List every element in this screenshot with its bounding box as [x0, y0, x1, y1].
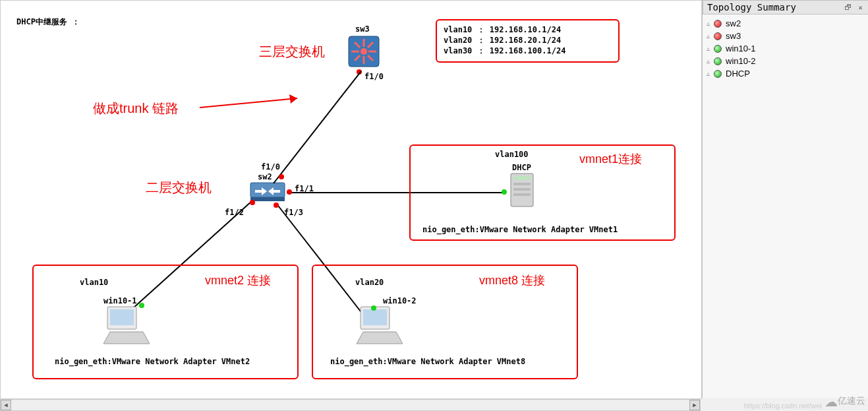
status-dot-green [714, 57, 722, 65]
svg-rect-17 [513, 176, 531, 180]
l2-switch-label: 二层交换机 [146, 179, 212, 197]
dhcp-nic: nio_gen_eth:VMware Network Adapter VMnet… [422, 225, 618, 234]
scroll-right-button[interactable]: ► [689, 400, 700, 410]
svg-rect-13 [250, 197, 285, 201]
svg-point-1 [361, 48, 367, 55]
server-icon[interactable] [506, 171, 538, 210]
sw2-p3-label: f1/3 [284, 208, 303, 217]
link-sw2-sw3 [273, 71, 362, 183]
tree-item-win10-1[interactable]: ▵ win10-1 [704, 42, 867, 55]
svg-marker-23 [103, 332, 150, 344]
l3-switch-label: 三层交换机 [259, 43, 325, 61]
sw3-port-label: f1/0 [364, 72, 384, 81]
pc-icon-win1[interactable] [103, 305, 150, 345]
vmnet2-label: vmnet2 连接 [205, 272, 271, 288]
sw2-p1-dot [287, 189, 292, 195]
sw2-label: sw2 [258, 172, 272, 181]
page-title: DHCP中继服务 ： [16, 16, 80, 28]
tree-label: win10-2 [726, 56, 756, 66]
tree-label: win10-1 [726, 44, 756, 53]
sw2-p0-label: f1/0 [261, 162, 280, 172]
topology-canvas[interactable]: DHCP中继服务 ： vlan10 ： 192.168.10.1/24 vlan… [1, 1, 699, 396]
chevron-right-icon: ▵ [707, 45, 710, 52]
chevron-right-icon: ▵ [707, 20, 710, 27]
win2-vlan: vlan20 [355, 278, 384, 287]
tree-label: sw3 [726, 31, 741, 41]
status-dot-green [714, 45, 722, 53]
svg-rect-18 [513, 183, 531, 185]
status-dot-red [714, 20, 722, 28]
tree-item-sw3[interactable]: ▵ sw3 [704, 30, 867, 42]
svg-marker-11 [289, 94, 297, 104]
vmnet1-label: vmnet1连接 [579, 151, 642, 167]
sidebar-title: Topology Summary [707, 2, 796, 13]
horizontal-scrollbar[interactable]: ◄ ► [0, 399, 701, 411]
watermark: https://blog.csdn.net/wei [744, 402, 822, 410]
win2-nic: nio_gen_eth:VMware Network Adapter VMnet… [330, 357, 525, 366]
tree-item-win10-2[interactable]: ▵ win10-2 [704, 55, 867, 67]
pc-icon-win2[interactable] [357, 305, 403, 345]
vlan-info-line1: vlan10 ： 192.168.10.1/24 [444, 24, 561, 36]
sw2-p3-dot [274, 203, 279, 208]
win2-label: win10-2 [383, 296, 417, 305]
svg-rect-19 [513, 188, 531, 191]
l2-switch-icon[interactable] [250, 182, 285, 202]
win1-vlan: vlan10 [80, 278, 108, 287]
sw2-p2-dot [250, 200, 255, 205]
svg-rect-25 [363, 309, 387, 325]
sw2-p0-dot [279, 174, 284, 179]
topology-sidebar: Topology Summary 🗗 ✕ ▵ sw2 ▵ sw3 ▵ win10… [702, 0, 868, 398]
dhcp-nic-dot [502, 189, 507, 195]
tree-label: sw2 [726, 18, 741, 28]
topology-canvas-wrap: DHCP中继服务 ： vlan10 ： 192.168.10.1/24 vlan… [0, 0, 702, 399]
sw2-p1-label: f1/1 [295, 184, 314, 193]
tree-item-sw2[interactable]: ▵ sw2 [704, 17, 867, 30]
win2-nic-dot [371, 305, 376, 311]
status-dot-green [714, 70, 722, 78]
chevron-right-icon: ▵ [707, 32, 710, 40]
vlan-info-line2: vlan20 ： 192.168.20.1/24 [444, 35, 561, 46]
win1-nic-dot [139, 303, 144, 308]
chevron-right-icon: ▵ [707, 70, 710, 77]
svg-rect-22 [110, 309, 134, 325]
l3-switch-icon[interactable] [347, 35, 380, 68]
vmnet8-label: vmnet8 连接 [479, 272, 545, 288]
trunk-label: 做成trunk 链路 [93, 100, 179, 117]
sw2-p2-label: f1/2 [225, 208, 244, 217]
brand-logo: ☁亿速云 [825, 394, 865, 410]
tree-label: DHCP [726, 69, 750, 79]
sw3-label: sw3 [355, 24, 370, 34]
win1-nic: nio_gen_eth:VMware Network Adapter VMnet… [55, 357, 250, 366]
svg-line-10 [200, 98, 297, 108]
sidebar-window-buttons[interactable]: 🗗 ✕ [844, 3, 864, 12]
vlan-info-line3: vlan30 ： 192.168.100.1/24 [444, 46, 565, 57]
tree-item-dhcp[interactable]: ▵ DHCP [704, 67, 867, 80]
status-dot-red [714, 32, 722, 40]
dhcp-vlan: vlan100 [495, 150, 529, 159]
chevron-right-icon: ▵ [707, 57, 710, 65]
trunk-arrow [198, 93, 317, 119]
sidebar-title-bar: Topology Summary 🗗 ✕ [703, 0, 868, 15]
win1-label: win10-1 [103, 296, 137, 305]
topology-tree[interactable]: ▵ sw2 ▵ sw3 ▵ win10-1 ▵ win10-2 ▵ DHCP [703, 15, 868, 82]
svg-marker-26 [357, 332, 403, 344]
scroll-left-button[interactable]: ◄ [1, 400, 11, 410]
svg-rect-20 [513, 193, 531, 196]
